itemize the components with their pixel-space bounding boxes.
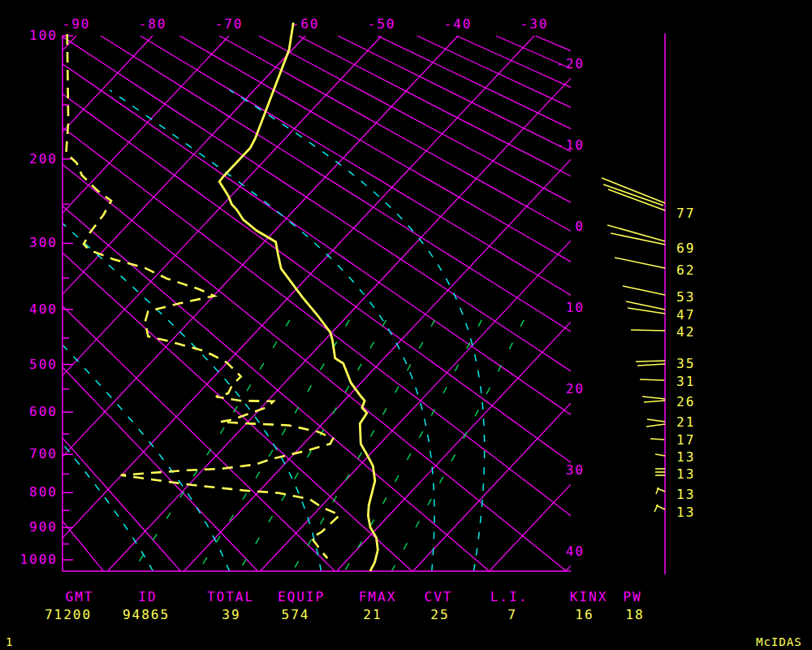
chart-label: 13 <box>676 505 695 520</box>
wind-barb-column: 776962534742353126211713131313 <box>602 33 695 574</box>
chart-label: 10 <box>566 300 585 315</box>
mixing-ratio-lines <box>132 320 524 572</box>
chart-label: -60 <box>292 16 320 32</box>
chart-label: 900 <box>29 519 58 535</box>
chart-label: 1000 <box>19 552 58 567</box>
chart-label: 700 <box>29 446 58 462</box>
chart-label: 16 <box>575 607 594 622</box>
chart-label: 13 <box>676 466 695 482</box>
chart-label: -40 <box>444 16 473 32</box>
chart-label: 21 <box>676 414 695 430</box>
chart-label: 71200 <box>45 607 92 622</box>
chart-label: TOTAL <box>207 589 254 604</box>
chart-label: 94865 <box>123 607 170 622</box>
chart-label: 21 <box>363 607 382 622</box>
chart-label: 7 <box>508 607 517 622</box>
chart-label: FMAX <box>359 589 397 604</box>
chart-label: 300 <box>29 235 58 250</box>
skewt-chart: 1002003004005006007008009001000-90-80-70… <box>0 0 812 650</box>
chart-label: 47 <box>676 307 695 323</box>
chart-label: 26 <box>676 394 695 410</box>
chart-label: PW <box>623 589 641 604</box>
chart-label: 42 <box>676 324 695 340</box>
chart-label: CVT <box>425 589 453 604</box>
chart-label: -90 <box>63 16 91 32</box>
chart-label: 13 <box>676 449 695 465</box>
chart-label: 500 <box>29 357 58 372</box>
chart-label: -80 <box>139 16 167 32</box>
chart-label: -20 <box>556 56 585 72</box>
chart-label: 20 <box>566 381 585 396</box>
stats-row: GMT71200ID94865TOTAL39EQUIP574FMAX21CVT2… <box>45 589 645 622</box>
chart-label: ID <box>138 589 157 604</box>
chart-label: L.I. <box>490 589 529 604</box>
dewpoint-trace <box>66 34 339 558</box>
mcidas-watermark: McIDAS <box>756 635 802 648</box>
chart-label: 574 <box>282 607 310 622</box>
frame-number: 1 <box>6 635 13 648</box>
moist-adiabat-lines <box>0 90 485 572</box>
chart-label: -50 <box>368 16 396 32</box>
chart-label: 400 <box>29 301 58 317</box>
chart-label: 18 <box>625 607 644 622</box>
chart-label: 600 <box>29 404 58 419</box>
chart-label: 53 <box>676 289 695 305</box>
chart-label: -10 <box>556 137 585 153</box>
chart-label: 31 <box>676 374 695 389</box>
chart-label: 17 <box>676 432 695 448</box>
mcidas-skewt-screen: 1002003004005006007008009001000-90-80-70… <box>0 0 812 650</box>
chart-label: 800 <box>29 484 58 500</box>
chart-label: 40 <box>566 544 585 559</box>
chart-label: GMT <box>66 589 94 604</box>
chart-label: 77 <box>676 206 695 221</box>
chart-label: -30 <box>520 16 549 32</box>
chart-label: 0 <box>575 219 585 234</box>
chart-label: 69 <box>676 240 695 256</box>
chart-label: 100 <box>29 28 58 43</box>
chart-label: 200 <box>29 151 58 167</box>
chart-label: 39 <box>222 607 240 622</box>
pressure-axis: 1002003004005006007008009001000 <box>19 28 571 571</box>
chart-label: -70 <box>215 16 244 32</box>
chart-label: KINX <box>570 589 608 604</box>
chart-label: 25 <box>430 607 449 622</box>
chart-label: 13 <box>676 487 695 502</box>
chart-label: 35 <box>676 356 695 371</box>
chart-label: EQUIP <box>278 589 325 604</box>
chart-label: 30 <box>566 462 585 478</box>
chart-label: 62 <box>676 262 695 278</box>
